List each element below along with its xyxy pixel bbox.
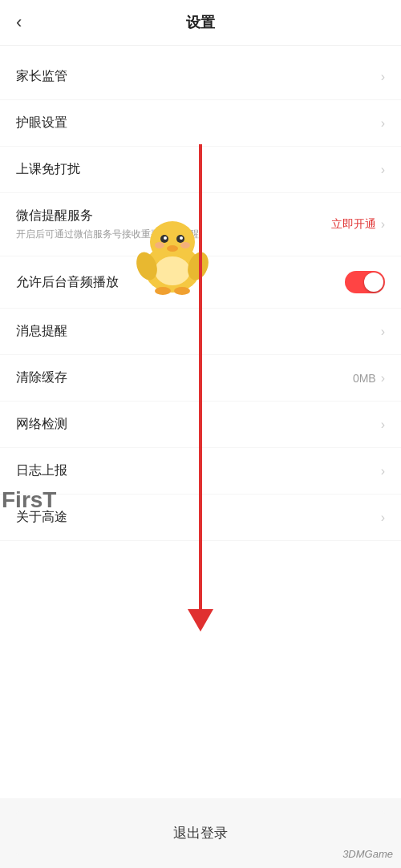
menu-label-wechat-notify: 微信提醒服务 xyxy=(16,208,199,224)
cache-value: 0MB xyxy=(353,372,376,385)
menu-item-log-report[interactable]: 日志上报› xyxy=(0,448,401,495)
menu-item-about[interactable]: 关于高途› xyxy=(0,495,401,541)
menu-right-clear-cache: 0MB› xyxy=(353,371,385,386)
chevron-icon: › xyxy=(381,70,385,84)
menu-right-wechat-notify: 立即开通› xyxy=(331,217,385,232)
menu-item-eye-protection[interactable]: 护眼设置› xyxy=(0,100,401,147)
settings-menu: 家长监管›护眼设置›上课免打扰›微信提醒服务开启后可通过微信服务号接收重要消息提… xyxy=(0,54,401,541)
chevron-icon: › xyxy=(381,371,385,386)
menu-item-wechat-notify[interactable]: 微信提醒服务开启后可通过微信服务号接收重要消息提醒立即开通› xyxy=(0,193,401,256)
toggle-bg-audio[interactable] xyxy=(345,271,385,293)
logout-button[interactable]: 退出登录 xyxy=(16,811,385,855)
menu-item-parental-control[interactable]: 家长监管› xyxy=(0,54,401,100)
menu-label-about: 关于高途 xyxy=(16,509,67,526)
chevron-icon: › xyxy=(381,116,385,131)
menu-right-network-check: › xyxy=(381,418,385,432)
menu-item-network-check[interactable]: 网络检测› xyxy=(0,402,401,448)
menu-right-parental-control: › xyxy=(381,70,385,84)
menu-sublabel-wechat-notify: 开启后可通过微信服务号接收重要消息提醒 xyxy=(16,228,199,241)
menu-right-log-report: › xyxy=(381,464,385,478)
chevron-icon: › xyxy=(381,418,385,432)
chevron-icon: › xyxy=(381,163,385,177)
menu-label-bg-audio: 允许后台音频播放 xyxy=(16,274,119,291)
menu-item-clear-cache[interactable]: 清除缓存0MB› xyxy=(0,355,401,402)
back-button[interactable]: ‹ xyxy=(16,12,22,33)
chevron-icon: › xyxy=(381,511,385,525)
logout-section: 退出登录 xyxy=(0,798,401,868)
chevron-icon: › xyxy=(381,325,385,339)
badge-label-wechat-notify[interactable]: 立即开通 xyxy=(331,217,376,232)
menu-label-log-report: 日志上报 xyxy=(16,462,67,479)
menu-right-class-no-disturb: › xyxy=(381,163,385,177)
menu-label-class-no-disturb: 上课免打扰 xyxy=(16,161,80,178)
menu-right-about: › xyxy=(381,511,385,525)
arrow-head xyxy=(188,609,213,632)
chevron-icon: › xyxy=(381,217,385,232)
menu-label-message-notify: 消息提醒 xyxy=(16,323,67,340)
page-title: 设置 xyxy=(186,13,215,32)
menu-label-network-check: 网络检测 xyxy=(16,416,67,433)
menu-right-message-notify: › xyxy=(381,325,385,339)
menu-item-message-notify[interactable]: 消息提醒› xyxy=(0,309,401,355)
menu-item-bg-audio[interactable]: 允许后台音频播放 xyxy=(0,256,401,309)
menu-label-eye-protection: 护眼设置 xyxy=(16,115,67,131)
menu-label-parental-control: 家长监管 xyxy=(16,68,67,85)
page-header: ‹ 设置 xyxy=(0,0,401,46)
menu-label-clear-cache: 清除缓存 xyxy=(16,369,67,386)
menu-right-eye-protection: › xyxy=(381,116,385,131)
menu-right-bg-audio xyxy=(345,271,385,293)
chevron-icon: › xyxy=(381,464,385,478)
menu-item-class-no-disturb[interactable]: 上课免打扰› xyxy=(0,147,401,193)
